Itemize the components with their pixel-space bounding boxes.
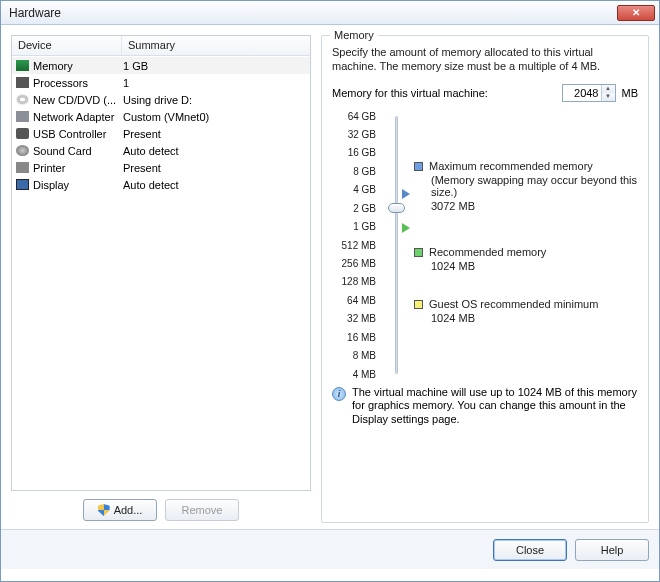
table-header: Device Summary — [12, 36, 310, 56]
memory-spinbox[interactable]: ▲ ▼ — [562, 84, 616, 102]
spinbox-arrows[interactable]: ▲ ▼ — [601, 85, 615, 101]
memory-legend: Memory — [330, 29, 378, 41]
device-icon — [16, 179, 29, 190]
remove-button: Remove — [165, 499, 239, 521]
table-row[interactable]: DisplayAuto detect — [12, 176, 310, 193]
table-row[interactable]: PrinterPresent — [12, 159, 310, 176]
slider-thumb[interactable] — [388, 203, 405, 213]
max-recommended: Maximum recommended memory (Memory swapp… — [414, 160, 638, 212]
device-icon — [16, 162, 29, 173]
hardware-list-panel: Device Summary Memory1 GBProcessors1New … — [11, 35, 311, 523]
device-icon — [16, 77, 29, 88]
table-row[interactable]: Sound CardAuto detect — [12, 142, 310, 159]
device-summary: 1 — [121, 77, 306, 89]
device-icon — [16, 60, 29, 71]
yellow-swatch-icon — [414, 300, 423, 309]
memory-field-label: Memory for this virtual machine: — [332, 87, 488, 99]
memory-group: Memory Specify the amount of memory allo… — [321, 35, 649, 523]
tick-label: 128 MB — [342, 276, 376, 287]
green-swatch-icon — [414, 248, 423, 257]
device-summary: Using drive D: — [121, 94, 306, 106]
tick-label: 4 MB — [353, 368, 376, 379]
add-button[interactable]: Add... — [83, 499, 157, 521]
spin-up-icon[interactable]: ▲ — [602, 85, 615, 93]
detail-panel: Memory Specify the amount of memory allo… — [321, 35, 649, 523]
table-row[interactable]: Network AdapterCustom (VMnet0) — [12, 108, 310, 125]
tick-label: 16 MB — [347, 331, 376, 342]
slider-ticks: 64 GB32 GB16 GB8 GB4 GB2 GB1 GB512 MB256… — [332, 112, 380, 378]
slider-track[interactable] — [395, 116, 398, 374]
device-table: Device Summary Memory1 GBProcessors1New … — [11, 35, 311, 491]
close-button[interactable]: Close — [493, 539, 567, 561]
tick-label: 8 GB — [353, 165, 376, 176]
guest-min: Guest OS recommended minimum 1024 MB — [414, 298, 638, 324]
tick-label: 4 GB — [353, 184, 376, 195]
slider-legend: Maximum recommended memory (Memory swapp… — [414, 112, 638, 378]
info-icon: i — [332, 387, 346, 401]
device-name: Processors — [33, 77, 121, 89]
device-name: Display — [33, 179, 121, 191]
device-icon — [16, 111, 29, 122]
device-icon — [16, 145, 29, 156]
table-buttons: Add... Remove — [11, 491, 311, 523]
device-name: Network Adapter — [33, 111, 121, 123]
bottom-bar: Close Help — [1, 529, 659, 569]
device-summary: Present — [121, 128, 306, 140]
memory-footer-text: The virtual machine will use up to 1024 … — [352, 386, 638, 427]
help-button[interactable]: Help — [575, 539, 649, 561]
tick-label: 64 GB — [348, 110, 376, 121]
table-body: Memory1 GBProcessors1New CD/DVD (...Usin… — [12, 56, 310, 194]
remove-button-label: Remove — [182, 504, 223, 516]
table-row[interactable]: New CD/DVD (...Using drive D: — [12, 91, 310, 108]
tick-label: 256 MB — [342, 257, 376, 268]
tick-label: 16 GB — [348, 147, 376, 158]
add-button-label: Add... — [114, 504, 143, 516]
memory-footer: i The virtual machine will use up to 102… — [332, 386, 638, 427]
memory-intro: Specify the amount of memory allocated t… — [332, 46, 638, 74]
device-icon — [16, 128, 29, 139]
tick-label: 64 MB — [347, 294, 376, 305]
blue-swatch-icon — [414, 162, 423, 171]
device-icon — [16, 94, 29, 105]
spin-down-icon[interactable]: ▼ — [602, 93, 615, 101]
content-area: Device Summary Memory1 GBProcessors1New … — [1, 25, 659, 529]
device-name: Printer — [33, 162, 121, 174]
table-row[interactable]: Processors1 — [12, 74, 310, 91]
header-summary[interactable]: Summary — [122, 36, 310, 55]
memory-input-row: Memory for this virtual machine: ▲ ▼ MB — [332, 84, 638, 102]
tick-label: 32 MB — [347, 313, 376, 324]
device-name: Sound Card — [33, 145, 121, 157]
close-icon[interactable]: ✕ — [617, 5, 655, 21]
titlebar: Hardware ✕ — [1, 1, 659, 25]
tick-label: 1 GB — [353, 221, 376, 232]
rec-marker-icon — [402, 223, 412, 233]
recommended: Recommended memory 1024 MB — [414, 246, 638, 272]
tick-label: 512 MB — [342, 239, 376, 250]
tick-label: 32 GB — [348, 128, 376, 139]
tick-label: 8 MB — [353, 350, 376, 361]
device-name: Memory — [33, 60, 121, 72]
shield-icon — [98, 504, 110, 516]
window-title: Hardware — [9, 6, 617, 20]
header-device[interactable]: Device — [12, 36, 122, 55]
device-name: New CD/DVD (... — [33, 94, 121, 106]
memory-unit: MB — [622, 87, 639, 99]
device-summary: Auto detect — [121, 145, 306, 157]
tick-label: 2 GB — [353, 202, 376, 213]
memory-input[interactable] — [563, 85, 601, 101]
device-summary: Present — [121, 162, 306, 174]
table-row[interactable]: USB ControllerPresent — [12, 125, 310, 142]
memory-slider-area: 64 GB32 GB16 GB8 GB4 GB2 GB1 GB512 MB256… — [332, 112, 638, 378]
table-row[interactable]: Memory1 GB — [12, 57, 310, 74]
device-summary: Auto detect — [121, 179, 306, 191]
slider-track-wrap[interactable] — [386, 112, 408, 378]
device-summary: Custom (VMnet0) — [121, 111, 306, 123]
device-summary: 1 GB — [121, 60, 306, 72]
device-name: USB Controller — [33, 128, 121, 140]
max-marker-icon — [402, 189, 412, 199]
